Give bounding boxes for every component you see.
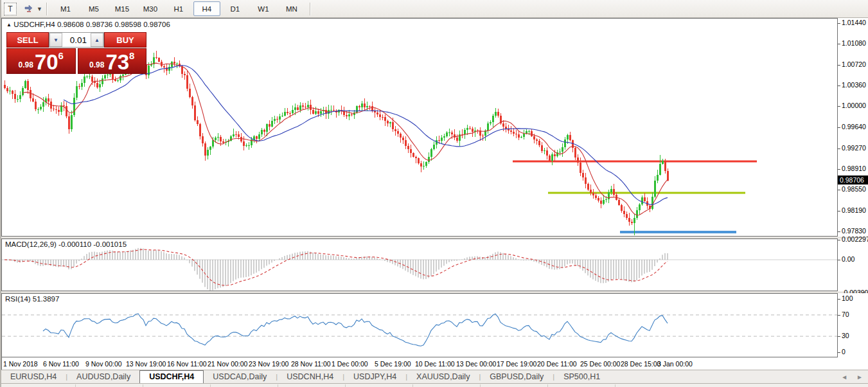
timeframe-button-w1[interactable]: W1 <box>250 1 277 16</box>
rsi-canvas[interactable] <box>2 294 837 357</box>
time-axis-label: 21 Nov 00:00 <box>208 360 247 368</box>
sell-button[interactable]: SELL <box>6 32 49 48</box>
price-axis-label: 0.97830 <box>840 227 866 235</box>
mt4-window: T ▼ M1M5M15M30H1H4D1W1MN ▲ USDCHF,H4 0.9… <box>0 0 868 387</box>
price-axis-label: 1.00720 <box>840 60 866 68</box>
buy-button[interactable]: BUY <box>104 32 146 48</box>
status-strip <box>1 383 868 387</box>
time-axis-label: 10 Dec 11:00 <box>415 360 455 368</box>
macd-signal-line <box>4 249 668 285</box>
macd-panel[interactable] <box>1 239 838 291</box>
time-axis-label: 1 Dec 00:00 <box>332 360 368 368</box>
chart-symbol: USDCHF,H4 <box>13 21 55 28</box>
price-axis-label: 1.00360 <box>840 81 866 89</box>
toolbar-separator <box>310 3 311 15</box>
macd-axis-label: 0.002297 <box>840 235 868 243</box>
ohlc-high: 0.98736 <box>86 21 113 28</box>
time-axis-label: 16 Nov 11:00 <box>167 360 207 368</box>
rsi-axis-label: 0 <box>840 348 846 356</box>
volume-up-icon[interactable]: ▲ <box>91 33 103 47</box>
timeframe-button-h4[interactable]: H4 <box>193 1 220 16</box>
price-axis-label: 0.99270 <box>840 144 866 152</box>
rsi-name: RSI(14) <box>5 295 31 303</box>
status-separator <box>75 384 76 387</box>
macd-canvas[interactable] <box>2 239 837 291</box>
chart-tab-sp500[interactable]: SP500,H1 <box>554 371 609 383</box>
sell-price-main: 70 <box>35 53 58 71</box>
rsi-axis-label: 30 <box>840 332 849 339</box>
chart-tab-xauusd[interactable]: XAUUSD,Daily <box>407 371 479 383</box>
macd-axis-label: 0.00 <box>840 255 855 263</box>
ohlc-low: 0.98598 <box>114 21 141 28</box>
tab-scroll-left-icon[interactable]: ◄ <box>841 374 847 381</box>
chevron-down-icon[interactable]: ▼ <box>37 6 42 12</box>
one-click-trading-panel: SELL ▼ 0.01 ▲ BUY 0.98 70 6 0.98 73 8 <box>6 32 146 74</box>
macd-histogram <box>4 248 668 291</box>
time-axis-label: 20 Dec 11:00 <box>537 360 577 368</box>
timeframe-button-m30[interactable]: M30 <box>137 1 164 16</box>
status-separator <box>345 384 346 387</box>
time-axis-label: 1 Nov 2018 <box>3 360 38 368</box>
tabs: EURUSD,H4|AUDUSD,DailyUSDCHF,H4USDCAD,Da… <box>1 370 609 383</box>
status-separator <box>547 384 548 387</box>
buy-price-prefix: 0.98 <box>89 60 104 69</box>
moving-average-24 <box>64 66 668 204</box>
sell-price-prefix: 0.98 <box>19 60 33 69</box>
time-axis-label: 5 Dec 19:00 <box>375 360 411 368</box>
price-axis[interactable]: 1.014401.010801.007201.003601.000000.996… <box>838 18 868 237</box>
volume-field[interactable]: 0.01 <box>62 33 91 47</box>
collapse-triangle-icon[interactable]: ▲ <box>6 22 12 28</box>
ohlc-close: 0.98706 <box>143 21 170 28</box>
tab-scroll-buttons: ◄ ► <box>835 374 868 383</box>
chart-tab-audusd[interactable]: AUDUSD,Daily <box>67 371 139 383</box>
chart-tab-bar: EURUSD,H4|AUDUSD,DailyUSDCHF,H4USDCAD,Da… <box>1 370 868 383</box>
time-axis-label: 28 Nov 11:00 <box>291 360 331 368</box>
timeframe-button-mn[interactable]: MN <box>278 1 305 16</box>
text-tool-icon[interactable]: T <box>4 3 17 15</box>
tab-scroll-right-icon[interactable]: ► <box>856 374 863 381</box>
macd-axis[interactable]: 0.0022970.00-0.003904 <box>838 239 868 291</box>
price-axis-label: 0.99640 <box>840 123 866 130</box>
time-axis-label: 3 Jan 00:00 <box>657 360 693 368</box>
time-axis-label: 6 Nov 11:00 <box>43 360 79 368</box>
status-separator <box>480 384 481 387</box>
buy-price-pip: 8 <box>129 50 134 61</box>
price-axis-label: 0.98550 <box>840 185 866 193</box>
volume-stepper: ▼ 0.01 ▲ <box>49 32 104 48</box>
timeframe-button-h1[interactable]: H1 <box>165 1 192 16</box>
timeframe-button-m5[interactable]: M5 <box>80 1 107 16</box>
timeframe-button-m15[interactable]: M15 <box>109 1 136 16</box>
volume-down-icon[interactable]: ▼ <box>49 33 62 47</box>
price-axis-label: 0.98910 <box>840 165 866 172</box>
swap-arrows-icon[interactable]: ▼ <box>23 4 42 14</box>
rsi-value: 51.3897 <box>33 295 60 303</box>
sell-price-pip: 6 <box>58 50 64 61</box>
price-axis-label: 1.00000 <box>840 102 866 109</box>
buy-price-display[interactable]: 0.98 73 8 <box>78 48 147 74</box>
chart-tab-eurusd[interactable]: EURUSD,H4 <box>1 371 66 383</box>
price-axis-label: 0.98190 <box>840 206 866 214</box>
current-price-tag: 0.98706 <box>838 176 868 184</box>
chart-tab-usdcnh[interactable]: USDCNH,H4 <box>278 371 342 383</box>
time-axis-label: 23 Nov 19:00 <box>249 360 288 368</box>
ohlc-open: 0.98608 <box>57 21 84 28</box>
timeframe-button-m1[interactable]: M1 <box>52 1 79 16</box>
chart-tab-usdjpy[interactable]: USDJPY,H4 <box>344 371 405 383</box>
timeframe-button-d1[interactable]: D1 <box>222 1 249 16</box>
sell-price-display[interactable]: 0.98 70 6 <box>6 48 76 74</box>
time-axis-label: 17 Dec 19:00 <box>497 360 536 368</box>
status-separator <box>143 384 143 387</box>
status-separator <box>210 384 211 387</box>
buy-price-main: 73 <box>105 53 129 71</box>
time-axis-label: 9 Nov 00:00 <box>85 360 122 368</box>
chart-tab-usdchf[interactable]: USDCHF,H4 <box>139 370 204 383</box>
chart-tab-gbpusd[interactable]: GBPUSD,Daily <box>481 371 553 383</box>
timeframe-button-group: M1M5M15M30H1H4D1W1MN <box>51 1 306 16</box>
chart-tab-usdcad[interactable]: USDCAD,Daily <box>204 371 276 383</box>
rsi-panel[interactable] <box>1 293 838 357</box>
rsi-axis[interactable]: 10070300 <box>838 293 868 357</box>
macd-label: MACD(12,26,9) -0.000110 -0.001015 <box>5 240 127 248</box>
time-axis[interactable]: 1 Nov 20186 Nov 11:009 Nov 00:0013 Nov 1… <box>1 357 838 370</box>
candles-group <box>4 51 669 235</box>
macd-name: MACD(12,26,9) <box>5 240 57 248</box>
